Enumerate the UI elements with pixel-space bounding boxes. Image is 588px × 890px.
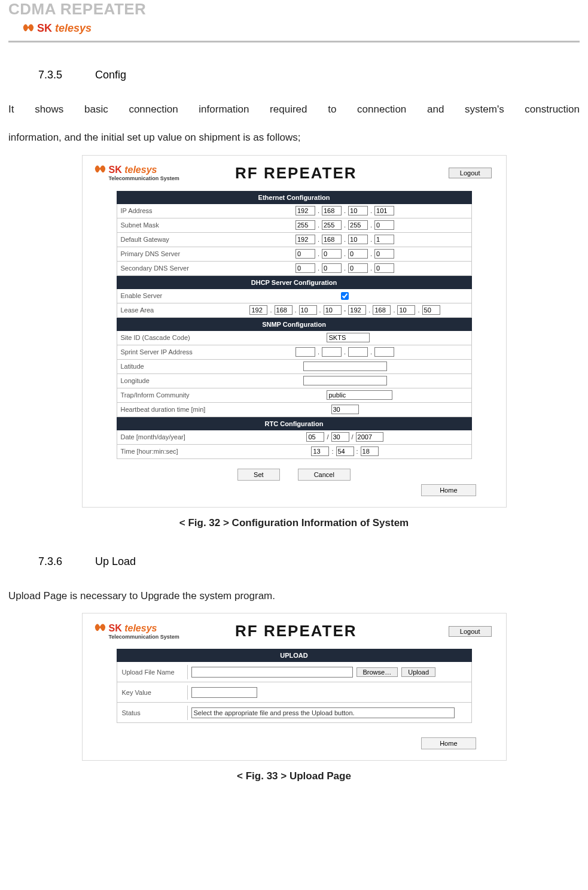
longitude-input[interactable] [303,376,387,385]
shot-title: RF REPEATER [235,622,357,640]
home-button[interactable]: Home [421,737,476,749]
section-heading-config: 7.3.5 Config [38,69,580,81]
fig32-caption: < Fig. 32 > Configuration Information of… [8,517,580,529]
shot-brand: SK telesys Telecommunication System [93,165,179,181]
dhcp-config-header: DHCP Server Configuration [117,276,472,289]
site-id-label: Site ID (Cascade Code) [117,332,219,343]
dns2-label: Secondary DNS Server [117,263,219,274]
gw-octet-4[interactable] [374,235,394,244]
la-from-4[interactable] [324,305,342,315]
d2-octet-4[interactable] [374,263,394,273]
gw-octet-3[interactable] [348,235,368,244]
latitude-label: Latitude [117,361,219,372]
trap-community-input[interactable] [327,390,392,400]
trap-community-label: Trap/Inform Community [117,390,219,400]
longitude-label: Longitude [117,375,219,386]
d2-octet-1[interactable] [295,263,315,273]
upload-button[interactable]: Upload [401,667,435,677]
la-from-1[interactable] [249,305,267,315]
sm-octet-2[interactable] [322,220,342,230]
ip-octet-1[interactable] [295,206,315,215]
butterfly-icon [93,623,106,634]
fig33-caption: < Fig. 33 > Upload Page [8,770,580,782]
site-id-input[interactable] [327,333,370,342]
set-button[interactable]: Set [237,469,280,481]
upload-file-input[interactable] [191,667,353,678]
key-value-input[interactable] [191,687,257,698]
d2-octet-2[interactable] [322,263,342,273]
sprint-octet-3[interactable] [348,347,368,357]
heartbeat-label: Heartbeat duration time [min] [117,404,219,415]
sprint-octet-4[interactable] [374,347,394,357]
sm-octet-1[interactable] [295,220,315,230]
logout-button[interactable]: Logout [449,626,492,637]
brand-logo: SK telesys [22,22,580,35]
rtc-config-header: RTC Configuration [117,417,472,430]
la-to-3[interactable] [397,305,415,315]
subnet-label: Subnet Mask [117,220,219,230]
key-value-label: Key Value [117,685,188,700]
status-label: Status [117,706,188,720]
la-to-4[interactable] [422,305,440,315]
d1-octet-4[interactable] [374,249,394,259]
ethernet-config-header: Ethernet Configuration [117,191,472,204]
la-to-2[interactable] [373,305,391,315]
document-header: CDMA REPEATER SK telesys [8,0,580,42]
d1-octet-3[interactable] [348,249,368,259]
heartbeat-input[interactable] [331,405,359,414]
snmp-config-header: SNMP Configuration [117,318,472,331]
la-to-1[interactable] [348,305,366,315]
logout-button[interactable]: Logout [449,168,492,178]
sprint-octet-2[interactable] [322,347,342,357]
time-label: Time [hour:min:sec] [117,446,219,457]
enable-server-label: Enable Server [117,290,219,301]
la-from-3[interactable] [299,305,317,315]
upload-header: UPLOAD [117,649,472,662]
latitude-input[interactable] [303,362,387,371]
doc-title: CDMA REPEATER [8,0,580,19]
upload-paragraph: Upload Page is necessary to Upgrade the … [8,585,580,607]
brand-text: SK telesys [37,22,92,35]
upload-file-label: Upload File Name [117,665,188,679]
time-sec[interactable] [361,446,379,456]
sm-octet-4[interactable] [374,220,394,230]
browse-button[interactable]: Browse… [357,667,398,677]
butterfly-icon [93,165,106,175]
ip-octet-3[interactable] [348,206,368,215]
ip-label: IP Address [117,205,219,216]
dns1-label: Primary DNS Server [117,248,219,259]
d1-octet-2[interactable] [322,249,342,259]
cancel-button[interactable]: Cancel [298,469,351,481]
date-label: Date [month/day/year] [117,432,219,442]
d2-octet-3[interactable] [348,263,368,273]
sprint-octet-1[interactable] [295,347,315,357]
sm-octet-3[interactable] [348,220,368,230]
shot-brand: SK telesys Telecommunication System [93,623,179,640]
shot-title: RF REPEATER [235,164,357,183]
gw-octet-1[interactable] [295,235,315,244]
lease-area-label: Lease Area [117,305,219,315]
time-min[interactable] [336,446,354,456]
ip-octet-2[interactable] [322,206,342,215]
home-button[interactable]: Home [421,484,476,496]
ip-octet-4[interactable] [374,206,394,215]
gw-octet-2[interactable] [322,235,342,244]
la-from-2[interactable] [275,305,293,315]
upload-screenshot: SK telesys Telecommunication System RF R… [82,613,507,761]
gateway-label: Default Gateway [117,234,219,245]
config-paragraph-line2: information, and the initial set up valu… [8,126,580,148]
date-month[interactable] [306,432,324,442]
sprint-ip-label: Sprint Server IP Address [117,347,219,357]
config-paragraph-line1: It shows basic connection information re… [8,98,580,120]
d1-octet-1[interactable] [295,249,315,259]
butterfly-icon [22,23,35,34]
header-divider [8,41,580,42]
date-day[interactable] [331,432,349,442]
config-screenshot: SK telesys Telecommunication System RF R… [82,155,507,508]
status-field [191,707,455,718]
time-hour[interactable] [311,446,329,456]
enable-server-checkbox[interactable] [341,292,349,300]
section-heading-upload: 7.3.6 Up Load [38,555,580,568]
date-year[interactable] [356,432,383,442]
